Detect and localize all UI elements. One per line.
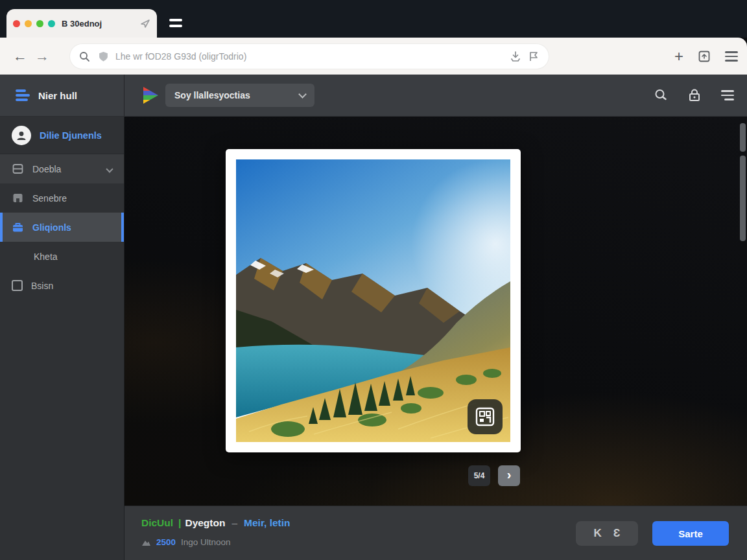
close-window-icon[interactable] <box>13 20 20 27</box>
browser-tab-strip: B 30ednoj <box>0 0 747 38</box>
library-selector-dropdown[interactable]: Soy llallesyoctias <box>165 84 314 107</box>
traffic-lights <box>13 20 55 27</box>
workspace-logo-icon <box>16 89 30 101</box>
chevron-down-icon <box>298 90 307 99</box>
save-button[interactable]: Sarte <box>652 521 729 546</box>
browser-tab[interactable]: B 30ednoj <box>6 9 157 38</box>
history-back-icon[interactable]: K <box>594 527 602 540</box>
header-actions <box>654 88 734 102</box>
menu-bar-icon <box>169 19 182 21</box>
browser-toolbar: ← → Lhe wr fOD28 G93d (oligrTodrio) + <box>0 38 747 75</box>
sidebar-item-label: Gliqionls <box>32 222 71 233</box>
briefcase-icon <box>12 221 24 233</box>
footer-title: Dyegton <box>185 517 225 528</box>
sidebar: Dilie Djunenls Doebla Senebre Gliqionls <box>0 117 124 560</box>
app-window: B 30ednoj ← → Lhe wr fOD28 G93d (oligrTo… <box>0 0 747 560</box>
footer-count: 2500 <box>156 537 176 547</box>
footer-pipe: | <box>178 517 181 528</box>
lock-icon[interactable] <box>687 88 702 102</box>
sidebar-item-label: Dilie Djunenls <box>40 130 102 141</box>
photo-count-icon <box>141 538 151 546</box>
url-text: Lhe wr fOD28 G93d (oligrTodrio) <box>115 51 503 62</box>
workspace-label: Nier hull <box>38 90 77 101</box>
footer-meta-line: 2500 Ingo Ultnoon <box>141 537 231 547</box>
avatar <box>12 126 31 145</box>
sidebar-item-sub[interactable]: Kheta <box>0 242 124 271</box>
person-icon <box>16 130 27 141</box>
minimize-window-icon[interactable] <box>25 20 32 27</box>
pager: 5/4 › <box>468 465 520 486</box>
search-icon <box>79 51 90 62</box>
tabbar-menu-button[interactable] <box>165 14 187 31</box>
footer-title-line: DicUul|Dyegton–Meir, letin <box>141 517 290 529</box>
sidebar-item-label: Doebla <box>32 164 61 174</box>
footer-bar: DicUul|Dyegton–Meir, letin 2500 Ingo Ult… <box>124 506 747 560</box>
new-tab-button[interactable]: + <box>674 49 683 64</box>
qr-code-icon <box>475 407 495 426</box>
send-plane-icon[interactable] <box>140 18 150 29</box>
archive-icon <box>12 192 24 204</box>
sidebar-item-basin[interactable]: Bsisn <box>0 271 124 300</box>
history-forward-icon[interactable]: Ɛ <box>613 527 621 540</box>
back-button[interactable]: ← <box>9 48 31 65</box>
extra-window-icon[interactable] <box>48 20 55 27</box>
landscape-photo <box>236 159 510 442</box>
qr-code-button[interactable] <box>468 399 503 434</box>
scrollbar-thumb[interactable] <box>740 156 746 241</box>
app-menu-icon[interactable] <box>721 90 734 100</box>
forward-button[interactable]: → <box>31 48 53 65</box>
workspace-header[interactable]: Nier hull <box>0 75 124 116</box>
selector-label: Soy llallesyoctias <box>174 90 300 100</box>
checkbox-icon <box>12 280 23 291</box>
chevron-down-icon[interactable] <box>106 165 113 172</box>
url-bar[interactable]: Lhe wr fOD28 G93d (oligrTodrio) <box>70 44 549 69</box>
tab-title: B 30ednoj <box>62 19 140 29</box>
browser-menu-icon[interactable] <box>725 51 738 62</box>
menu-bar-icon <box>169 25 182 27</box>
sidebar-item-library[interactable]: Senebre <box>0 183 124 213</box>
flag-icon[interactable] <box>528 51 540 62</box>
sidebar-item-label: Bsisn <box>31 281 53 291</box>
reading-panel-icon[interactable] <box>698 50 711 63</box>
toolbar-actions: + <box>674 44 738 69</box>
footer-nav-buttons: K Ɛ <box>576 521 638 546</box>
image-viewer: 5/4 › <box>124 117 747 506</box>
zoom-window-icon[interactable] <box>36 20 43 27</box>
search-icon[interactable] <box>654 88 668 102</box>
device-icon <box>12 163 24 175</box>
footer-link[interactable]: Meir, letin <box>244 517 290 528</box>
download-icon[interactable] <box>510 51 521 62</box>
sidebar-item-account[interactable]: Dilie Djunenls <box>0 117 124 154</box>
page-indicator-button[interactable]: 5/4 <box>468 465 490 486</box>
footer-separator: – <box>231 517 237 528</box>
next-image-button[interactable]: › <box>498 465 520 486</box>
sidebar-item-devices[interactable]: Doebla <box>0 154 124 183</box>
footer-badge: DicUul <box>141 517 173 528</box>
shield-icon[interactable] <box>98 51 109 62</box>
sidebar-item-label: Kheta <box>34 251 58 262</box>
footer-count-label: Ingo Ultnoon <box>181 537 231 547</box>
sidebar-item-label: Senebre <box>32 193 67 204</box>
mountain-lake-image <box>236 159 510 442</box>
play-store-icon <box>141 86 159 105</box>
scrollbar-thumb[interactable] <box>740 123 746 152</box>
sidebar-item-shipments[interactable]: Gliqionls <box>0 213 124 242</box>
app-header: Nier hull Soy llallesyoctias <box>0 75 747 117</box>
photo-card <box>226 149 521 452</box>
